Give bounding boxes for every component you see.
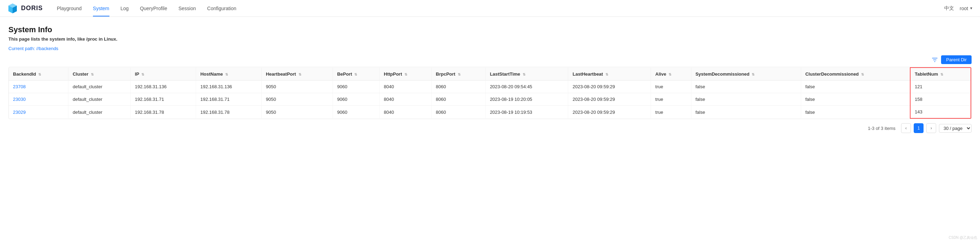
cell-laststarttime: 2023-08-19 10:19:53 [485, 106, 568, 119]
pagination: 1-3 of 3 items ‹ 1 › 30 / page [8, 119, 972, 134]
cell-alive: true [651, 93, 691, 106]
col-header-lastheartbeat[interactable]: LastHeartbeat ⇅ [568, 68, 651, 80]
parent-dir-button[interactable]: Parent Dir [941, 55, 972, 64]
sort-icon-clusterdecommissioned: ⇅ [861, 73, 864, 76]
col-header-backendid[interactable]: BackendId ⇅ [9, 68, 68, 80]
sort-icon-laststarttime: ⇅ [523, 73, 525, 76]
col-header-hostname[interactable]: HostName ⇅ [196, 68, 262, 80]
header: DORIS Playground System Log QueryProfile… [0, 0, 980, 17]
data-table: BackendId ⇅ Cluster ⇅ IP ⇅ HostName ⇅ He… [9, 67, 971, 119]
main-content: System Info This page lists the system i… [0, 17, 980, 140]
cell-beport: 9060 [333, 80, 380, 93]
nav-item-playground[interactable]: Playground [51, 0, 88, 16]
nav-item-log[interactable]: Log [115, 0, 134, 16]
col-header-beport[interactable]: BePort ⇅ [333, 68, 380, 80]
cell-systemdecommissioned: false [691, 106, 801, 119]
cell-httpport: 8040 [380, 80, 431, 93]
cell-hostname: 192.168.31.71 [196, 93, 262, 106]
col-header-laststarttime[interactable]: LastStartTime ⇅ [485, 68, 568, 80]
cell-backendid[interactable]: 23708 [9, 80, 68, 93]
sort-icon-brpcport: ⇅ [458, 73, 461, 76]
sort-icon-alive: ⇅ [668, 73, 671, 76]
col-header-tabletnum[interactable]: TabletNum ⇅ [910, 68, 971, 80]
sort-icon-beport: ⇅ [354, 73, 357, 76]
sort-icon-hostname: ⇅ [225, 73, 228, 76]
cell-tabletnum: 143 [910, 106, 971, 119]
cell-systemdecommissioned: false [691, 93, 801, 106]
nav-item-session[interactable]: Session [173, 0, 202, 16]
cell-beport: 9060 [333, 93, 380, 106]
cell-lastheartbeat: 2023-08-20 09:59:29 [568, 106, 651, 119]
main-nav: Playground System Log QueryProfile Sessi… [51, 0, 944, 16]
cell-hostname: 192.168.31.78 [196, 106, 262, 119]
cell-beport: 9060 [333, 106, 380, 119]
sort-icon-backendid: ⇅ [38, 73, 41, 76]
page-1-button[interactable]: 1 [914, 123, 924, 133]
table-row: 23030default_cluster192.168.31.71192.168… [9, 93, 971, 106]
page-desc-text: This page lists the system info, like /p… [8, 36, 118, 42]
username: root [960, 6, 968, 11]
cell-httpport: 8040 [380, 106, 431, 119]
cell-ip: 192.168.31.71 [130, 93, 196, 106]
page-description: This page lists the system info, like /p… [8, 36, 972, 42]
cell-tabletnum: 158 [910, 93, 971, 106]
cell-heartbeatport: 9050 [261, 80, 332, 93]
col-header-heartbeatport[interactable]: HeartbeatPort ⇅ [261, 68, 332, 80]
cell-lastheartbeat: 2023-08-20 09:59:29 [568, 80, 651, 93]
header-right: 中文 root ▼ [944, 5, 973, 11]
next-page-button[interactable]: › [926, 123, 936, 133]
cell-cluster: default_cluster [68, 80, 130, 93]
user-menu[interactable]: root ▼ [960, 6, 973, 11]
cell-ip: 192.168.31.136 [130, 80, 196, 93]
logo-text: DORIS [21, 5, 43, 12]
cell-clusterdecommissioned: false [801, 93, 910, 106]
pagination-summary: 1-3 of 3 items [868, 126, 896, 131]
cell-systemdecommissioned: false [691, 80, 801, 93]
cell-lastheartbeat: 2023-08-20 09:59:29 [568, 93, 651, 106]
sort-icon-lastheartbeat: ⇅ [605, 73, 608, 76]
col-header-ip[interactable]: IP ⇅ [130, 68, 196, 80]
nav-item-queryprofile[interactable]: QueryProfile [134, 0, 173, 16]
cell-clusterdecommissioned: false [801, 80, 910, 93]
cell-laststarttime: 2023-08-19 10:20:05 [485, 93, 568, 106]
language-selector[interactable]: 中文 [944, 5, 954, 11]
cell-hostname: 192.168.31.136 [196, 80, 262, 93]
nav-item-system[interactable]: System [88, 0, 115, 16]
cell-alive: true [651, 80, 691, 93]
per-page-selector[interactable]: 30 / page [939, 124, 972, 133]
data-table-wrapper: BackendId ⇅ Cluster ⇅ IP ⇅ HostName ⇅ He… [8, 67, 972, 119]
col-header-httpport[interactable]: HttpPort ⇅ [380, 68, 431, 80]
cell-cluster: default_cluster [68, 106, 130, 119]
table-row: 23029default_cluster192.168.31.78192.168… [9, 106, 971, 119]
table-row: 23708default_cluster192.168.31.136192.16… [9, 80, 971, 93]
logo-area: DORIS [7, 3, 43, 14]
cell-tabletnum: 121 [910, 80, 971, 93]
filter-icon[interactable] [932, 57, 937, 63]
col-header-systemdecommissioned[interactable]: SystemDecommissioned ⇅ [691, 68, 801, 80]
cell-heartbeatport: 9050 [261, 106, 332, 119]
user-dropdown-arrow: ▼ [969, 6, 973, 10]
col-header-brpcport[interactable]: BrpcPort ⇅ [431, 68, 485, 80]
table-header-row: BackendId ⇅ Cluster ⇅ IP ⇅ HostName ⇅ He… [9, 68, 971, 80]
doris-logo-icon [7, 3, 18, 14]
cell-brpcport: 8060 [431, 106, 485, 119]
sort-icon-tabletnum: ⇅ [940, 73, 943, 76]
cell-backendid[interactable]: 23029 [9, 106, 68, 119]
cell-clusterdecommissioned: false [801, 106, 910, 119]
prev-page-button[interactable]: ‹ [901, 123, 911, 133]
sort-icon-heartbeatport: ⇅ [299, 73, 301, 76]
nav-item-configuration[interactable]: Configuration [202, 0, 242, 16]
col-header-cluster[interactable]: Cluster ⇅ [68, 68, 130, 80]
cell-backendid[interactable]: 23030 [9, 93, 68, 106]
cell-brpcport: 8060 [431, 80, 485, 93]
sort-icon-systemdecommissioned: ⇅ [752, 73, 754, 76]
current-path-link[interactable]: Current path: //backends [8, 46, 58, 51]
col-header-alive[interactable]: Alive ⇅ [651, 68, 691, 80]
cell-alive: true [651, 106, 691, 119]
cell-cluster: default_cluster [68, 93, 130, 106]
page-title: System Info [8, 25, 972, 34]
col-header-clusterdecommissioned[interactable]: ClusterDecommissioned ⇅ [801, 68, 910, 80]
sort-icon-cluster: ⇅ [91, 73, 94, 76]
cell-heartbeatport: 9050 [261, 93, 332, 106]
sort-icon-httpport: ⇅ [404, 73, 407, 76]
